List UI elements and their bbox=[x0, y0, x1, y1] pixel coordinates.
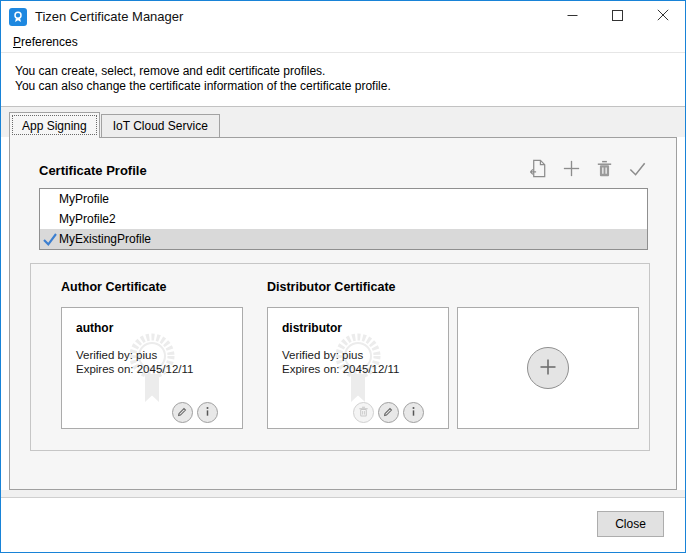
add-profile-icon bbox=[561, 158, 582, 182]
profile-name: MyProfile2 bbox=[59, 212, 116, 226]
author-cert-expires-on: Expires on: 2045/12/11 bbox=[76, 362, 242, 376]
profile-list-item-myprofile[interactable]: MyProfile bbox=[40, 189, 647, 209]
footer-separator bbox=[1, 490, 685, 498]
app-window: Tizen Certificate Manager Preferences bbox=[0, 0, 686, 553]
close-button[interactable]: Close bbox=[597, 511, 664, 537]
remove-profile-icon bbox=[594, 158, 615, 182]
app-signing-panel: Certificate Profile bbox=[9, 137, 677, 490]
distributor-cert-name: distributor bbox=[268, 308, 448, 335]
author-certificate-title: Author Certificate bbox=[61, 280, 167, 294]
tab-strip: App Signing IoT Cloud Service bbox=[1, 107, 685, 137]
profile-list-item-myexistingprofile[interactable]: MyExistingProfile bbox=[40, 229, 647, 249]
set-active-profile-button[interactable] bbox=[626, 159, 648, 181]
minimize-icon bbox=[567, 9, 578, 24]
window-controls bbox=[550, 1, 685, 32]
maximize-icon bbox=[612, 9, 623, 24]
distributor-info-button[interactable] bbox=[403, 402, 424, 423]
add-existing-profile-icon bbox=[528, 158, 549, 182]
pencil-icon bbox=[382, 405, 395, 421]
close-icon bbox=[657, 9, 669, 24]
set-active-profile-check-icon bbox=[627, 158, 648, 182]
certificate-profile-header: Certificate Profile bbox=[39, 159, 648, 181]
plus-icon bbox=[538, 357, 558, 380]
certificates-groupbox: Author Certificate Distributor Certifica… bbox=[30, 263, 650, 451]
add-distributor-certificate-button[interactable] bbox=[527, 347, 569, 389]
certificate-profile-title: Certificate Profile bbox=[39, 163, 147, 178]
distributor-delete-button[interactable] bbox=[353, 402, 374, 423]
author-cert-details: Verified by: pius Expires on: 2045/12/11 bbox=[62, 335, 242, 376]
menubar: Preferences bbox=[1, 32, 685, 53]
active-profile-check-icon bbox=[42, 231, 58, 250]
author-certificate-card: author Verified by: pius Expires on: 204… bbox=[61, 307, 243, 429]
author-cert-verified-by: Verified by: pius bbox=[76, 348, 242, 362]
add-profile-button[interactable] bbox=[560, 159, 582, 181]
author-cert-name: author bbox=[62, 308, 242, 335]
titlebar: Tizen Certificate Manager bbox=[1, 1, 685, 32]
menu-preferences-accel: P bbox=[13, 35, 21, 49]
profile-list-item-myprofile2[interactable]: MyProfile2 bbox=[40, 209, 647, 229]
profile-name: MyExistingProfile bbox=[59, 232, 151, 246]
profile-toolbar bbox=[527, 159, 648, 181]
menu-preferences[interactable]: Preferences bbox=[7, 33, 84, 51]
window-title: Tizen Certificate Manager bbox=[35, 9, 183, 24]
distributor-card-actions bbox=[353, 402, 424, 423]
description-line-2: You can also change the certificate info… bbox=[15, 79, 685, 94]
tab-app-signing[interactable]: App Signing bbox=[9, 112, 100, 138]
footer: Close bbox=[1, 498, 685, 552]
distributor-cert-expires-on: Expires on: 2045/12/11 bbox=[282, 362, 448, 376]
distributor-cert-verified-by: Verified by: pius bbox=[282, 348, 448, 362]
menu-preferences-rest: references bbox=[21, 35, 78, 49]
pencil-icon bbox=[176, 405, 189, 421]
description-area: You can create, select, remove and edit … bbox=[1, 53, 685, 107]
author-card-actions bbox=[172, 402, 218, 423]
maximize-button[interactable] bbox=[595, 1, 640, 32]
minimize-button[interactable] bbox=[550, 1, 595, 32]
info-icon bbox=[407, 405, 420, 421]
trash-icon bbox=[357, 405, 370, 421]
add-existing-profile-button[interactable] bbox=[527, 159, 549, 181]
profile-name: MyProfile bbox=[59, 192, 109, 206]
tizen-certificate-app-icon bbox=[9, 8, 27, 26]
description-line-1: You can create, select, remove and edit … bbox=[15, 64, 685, 79]
info-icon bbox=[201, 405, 214, 421]
tab-iot-cloud-service[interactable]: IoT Cloud Service bbox=[101, 114, 220, 137]
certificate-profile-list: MyProfile MyProfile2 MyExistingProfile bbox=[39, 188, 648, 250]
distributor-certificate-card: distributor Verified by: pius Expires on… bbox=[267, 307, 449, 429]
distributor-edit-button[interactable] bbox=[378, 402, 399, 423]
distributor-certificate-empty-slot bbox=[457, 307, 639, 429]
remove-profile-button[interactable] bbox=[593, 159, 615, 181]
author-edit-button[interactable] bbox=[172, 402, 193, 423]
distributor-cert-details: Verified by: pius Expires on: 2045/12/11 bbox=[268, 335, 448, 376]
distributor-certificate-title: Distributor Certificate bbox=[267, 280, 396, 294]
author-info-button[interactable] bbox=[197, 402, 218, 423]
close-window-button[interactable] bbox=[640, 1, 685, 32]
